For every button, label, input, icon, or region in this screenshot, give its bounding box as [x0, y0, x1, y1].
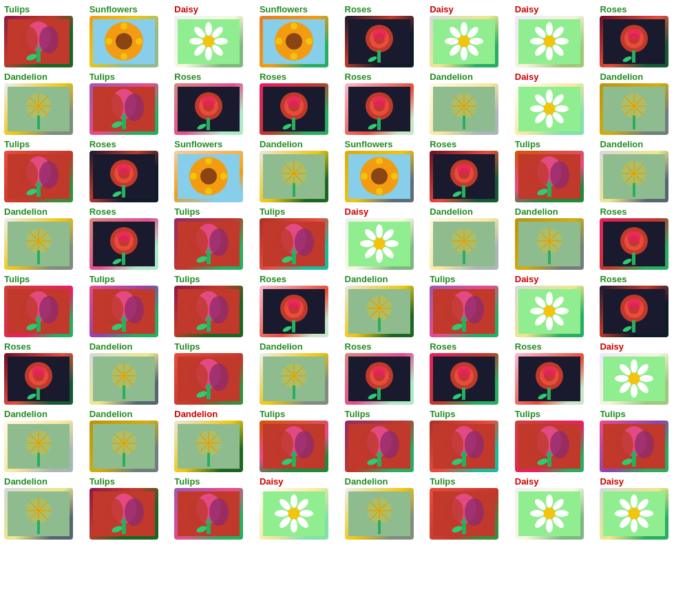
flower-thumbnail[interactable]	[260, 151, 328, 202]
svg-rect-181	[462, 185, 465, 198]
flower-thumbnail[interactable]	[600, 353, 668, 405]
flower-thumbnail[interactable]	[515, 218, 584, 270]
flower-thumbnail[interactable]	[345, 83, 414, 135]
svg-point-393	[631, 359, 637, 373]
flower-thumbnail[interactable]	[4, 218, 73, 270]
flower-thumbnail[interactable]	[89, 286, 158, 337]
flower-thumbnail[interactable]	[600, 151, 668, 202]
svg-rect-512	[378, 520, 381, 534]
svg-point-52	[555, 38, 569, 45]
flower-thumbnail[interactable]	[260, 353, 328, 405]
flower-thumbnail[interactable]	[345, 286, 414, 337]
svg-rect-187	[547, 182, 551, 197]
flower-thumbnail[interactable]	[174, 218, 243, 270]
flower-thumbnail[interactable]	[515, 151, 584, 202]
flower-thumbnail[interactable]	[89, 353, 158, 405]
svg-point-173	[376, 188, 383, 195]
flower-thumbnail[interactable]	[430, 353, 498, 405]
flower-thumbnail[interactable]	[345, 353, 414, 405]
svg-point-117	[546, 89, 553, 103]
svg-point-320	[530, 308, 544, 315]
flower-cell: Tulips	[344, 407, 428, 474]
svg-point-153	[205, 158, 212, 164]
flower-label: Roses	[600, 206, 626, 217]
flower-thumbnail[interactable]	[430, 151, 498, 202]
flower-cell: Roses	[598, 205, 682, 271]
flower-thumbnail[interactable]	[89, 83, 158, 135]
flower-thumbnail[interactable]	[600, 83, 668, 135]
flower-thumbnail[interactable]	[4, 353, 73, 405]
svg-point-229	[295, 229, 314, 256]
flower-thumbnail[interactable]	[89, 488, 158, 540]
flower-thumbnail[interactable]	[515, 286, 584, 337]
flower-thumbnail[interactable]	[89, 16, 158, 67]
flower-cell: Dandelion	[344, 475, 428, 541]
svg-point-51	[530, 38, 544, 45]
flower-thumbnail[interactable]	[260, 83, 328, 135]
flower-thumbnail[interactable]	[260, 286, 328, 337]
flower-label: Tulips	[174, 274, 200, 284]
flower-thumbnail[interactable]	[515, 16, 584, 67]
svg-point-8	[116, 33, 132, 50]
flower-thumbnail[interactable]	[515, 421, 584, 472]
flower-thumbnail[interactable]	[4, 151, 73, 202]
flower-label: Dandelion	[600, 139, 643, 149]
svg-point-49	[546, 22, 553, 36]
svg-point-381	[457, 366, 471, 377]
flower-thumbnail[interactable]	[4, 16, 73, 67]
flower-cell: Tulips	[3, 273, 87, 339]
flower-thumbnail[interactable]	[600, 421, 668, 472]
flower-thumbnail[interactable]	[430, 16, 498, 67]
svg-point-39	[461, 22, 467, 36]
flower-thumbnail[interactable]	[4, 421, 73, 472]
flower-thumbnail[interactable]	[260, 488, 328, 540]
flower-thumbnail[interactable]	[174, 488, 243, 540]
flower-thumbnail[interactable]	[4, 83, 73, 135]
flower-thumbnail[interactable]	[260, 421, 328, 472]
svg-point-531	[631, 494, 637, 508]
flower-thumbnail[interactable]	[430, 286, 498, 337]
flower-thumbnail[interactable]	[515, 488, 584, 540]
flower-thumbnail[interactable]	[345, 151, 414, 202]
flower-thumbnail[interactable]	[4, 286, 73, 337]
svg-point-118	[546, 114, 553, 128]
flower-thumbnail[interactable]	[430, 83, 498, 135]
flower-thumbnail[interactable]	[89, 421, 158, 472]
flower-thumbnail[interactable]	[89, 151, 158, 202]
flower-thumbnail[interactable]	[174, 16, 243, 67]
flower-thumbnail[interactable]	[345, 488, 414, 540]
flower-cell: Dandelion	[3, 475, 87, 541]
flower-cell: Daisy	[514, 3, 598, 69]
flower-cell: Tulips	[428, 407, 512, 474]
flower-thumbnail[interactable]	[600, 286, 668, 337]
flower-thumbnail[interactable]	[430, 421, 498, 472]
flower-thumbnail[interactable]	[600, 218, 668, 270]
flower-thumbnail[interactable]	[174, 421, 243, 472]
svg-point-523	[530, 510, 544, 517]
flower-label: Roses	[260, 72, 286, 82]
flower-thumbnail[interactable]	[174, 286, 243, 337]
svg-rect-4	[36, 47, 41, 62]
flower-thumbnail[interactable]	[345, 218, 414, 270]
svg-point-487	[189, 498, 208, 526]
flower-thumbnail[interactable]	[600, 488, 668, 540]
flower-thumbnail[interactable]	[174, 151, 243, 202]
flower-thumbnail[interactable]	[345, 421, 414, 472]
flower-thumbnail[interactable]	[515, 83, 584, 135]
flower-thumbnail[interactable]	[174, 83, 243, 135]
svg-rect-375	[377, 387, 381, 400]
flower-thumbnail[interactable]	[600, 16, 668, 67]
flower-thumbnail[interactable]	[260, 218, 328, 270]
flower-cell: Tulips	[88, 273, 172, 339]
flower-thumbnail[interactable]	[430, 488, 498, 540]
flower-thumbnail[interactable]	[430, 218, 498, 270]
flower-thumbnail[interactable]	[515, 353, 584, 405]
flower-cell: Tulips	[428, 475, 512, 541]
flower-thumbnail[interactable]	[89, 218, 158, 270]
flower-thumbnail[interactable]	[174, 353, 243, 405]
flower-thumbnail[interactable]	[4, 488, 73, 540]
flower-thumbnail[interactable]	[345, 16, 414, 67]
flower-cell: Roses	[514, 340, 598, 406]
svg-point-287	[189, 296, 208, 323]
flower-thumbnail[interactable]	[260, 16, 328, 67]
